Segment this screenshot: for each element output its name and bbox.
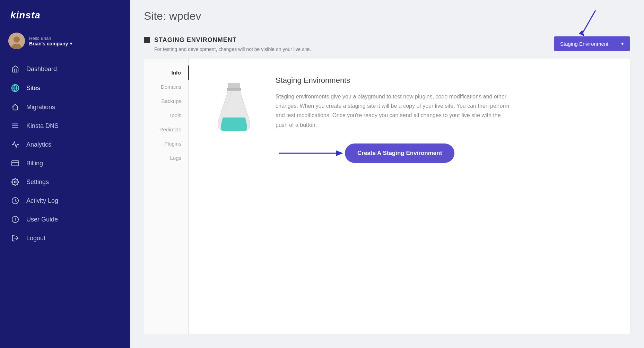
svg-point-1 xyxy=(14,36,20,43)
sidebar-item-migrations[interactable]: Migrations xyxy=(0,98,130,116)
card-text-section: Staging Environments Staging environment… xyxy=(276,76,609,163)
card-nav-backups[interactable]: Backups xyxy=(144,94,188,108)
card-nav: Info Domains Backups Tools Redirects Plu… xyxy=(144,59,189,334)
chevron-down-icon: ▾ xyxy=(70,41,72,46)
card-description: Staging environments give you a playgrou… xyxy=(276,92,511,130)
chevron-down-icon: ▾ xyxy=(621,41,624,47)
sidebar: kinsta Hello Brian Brian's company ▾ Das… xyxy=(0,0,130,348)
create-button-area: Create A Staging Environment xyxy=(276,143,609,163)
card-nav-tools[interactable]: Tools xyxy=(144,108,188,122)
arrow-to-button-icon xyxy=(276,146,345,160)
card-nav-domains[interactable]: Domains xyxy=(144,80,188,94)
activity-icon xyxy=(10,197,20,205)
card-heading: Staging Environments xyxy=(276,76,609,85)
dns-icon xyxy=(10,122,20,130)
sidebar-item-analytics[interactable]: Analytics xyxy=(0,135,130,154)
page-header: Site: wpdev xyxy=(130,0,644,29)
sidebar-item-settings[interactable]: Settings xyxy=(0,173,130,191)
card-content: Staging Environments Staging environment… xyxy=(189,59,630,334)
sidebar-item-activity-log[interactable]: Activity Log xyxy=(0,191,130,210)
main-content: Site: wpdev STAGING ENVIRONMENT For test… xyxy=(130,0,644,348)
house-icon xyxy=(10,65,20,73)
svg-marker-21 xyxy=(336,150,343,156)
svg-point-9 xyxy=(14,181,16,183)
card-nav-redirects[interactable]: Redirects xyxy=(144,122,188,137)
sidebar-item-sites[interactable]: Sites xyxy=(0,78,130,98)
staging-square-icon xyxy=(144,37,150,43)
analytics-icon xyxy=(10,141,20,148)
sidebar-item-logout[interactable]: Logout xyxy=(0,229,130,247)
staging-header: STAGING ENVIRONMENT For testing and deve… xyxy=(144,29,630,59)
card-nav-plugins[interactable]: Plugins xyxy=(144,137,188,151)
arrow-annotation-down xyxy=(575,9,602,40)
card-nav-logs[interactable]: Logs xyxy=(144,151,188,165)
sidebar-item-user-guide[interactable]: User Guide xyxy=(0,210,130,229)
page-title: Site: wpdev xyxy=(144,10,630,23)
flask-icon xyxy=(210,76,258,135)
settings-icon xyxy=(10,178,20,186)
user-info: Hello Brian Brian's company ▾ xyxy=(29,36,72,46)
staging-title-group: STAGING ENVIRONMENT For testing and deve… xyxy=(144,36,311,53)
staging-title: STAGING ENVIRONMENT xyxy=(144,36,311,44)
avatar xyxy=(8,33,25,49)
create-staging-button[interactable]: Create A Staging Environment xyxy=(345,143,454,163)
guide-icon xyxy=(10,216,20,223)
staging-subtitle: For testing and development, changes wil… xyxy=(144,46,311,53)
sidebar-nav: Dashboard Sites Migrations Kinsta DNS xyxy=(0,56,130,348)
user-company: Brian's company ▾ xyxy=(29,41,72,46)
billing-icon xyxy=(10,159,20,167)
logout-icon xyxy=(10,234,20,242)
user-greeting: Hello Brian xyxy=(29,36,72,41)
content-area: STAGING ENVIRONMENT For testing and deve… xyxy=(130,29,644,348)
sidebar-item-kinsta-dns[interactable]: Kinsta DNS xyxy=(0,116,130,135)
sidebar-item-billing[interactable]: Billing xyxy=(0,154,130,173)
svg-rect-7 xyxy=(12,161,19,166)
sidebar-item-dashboard[interactable]: Dashboard xyxy=(0,60,130,78)
svg-line-15 xyxy=(582,10,595,35)
migrations-icon xyxy=(10,103,20,111)
user-section[interactable]: Hello Brian Brian's company ▾ xyxy=(0,29,130,56)
logo: kinsta xyxy=(0,0,130,29)
staging-card: Info Domains Backups Tools Redirects Plu… xyxy=(144,59,630,334)
card-nav-info[interactable]: Info xyxy=(144,66,189,80)
sites-icon xyxy=(10,84,20,92)
svg-rect-18 xyxy=(227,88,241,91)
